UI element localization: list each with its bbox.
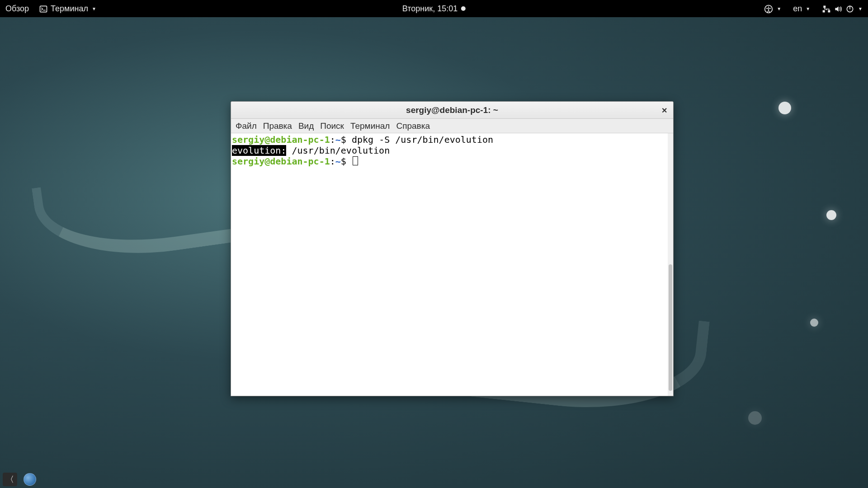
- clock-area[interactable]: Вторник, 15:01: [402, 4, 466, 14]
- menu-search[interactable]: Поиск: [320, 121, 344, 131]
- wallpaper-dot: [748, 411, 762, 425]
- window-title: sergiy@debian-pc-1: ~: [406, 105, 498, 115]
- chevron-down-icon: ▼: [777, 6, 781, 11]
- active-app-label: Терминал: [51, 4, 88, 14]
- wallpaper-dot: [778, 102, 791, 114]
- prompt-user-host: sergiy@debian-pc-1: [232, 156, 330, 167]
- cursor-icon: [353, 156, 358, 165]
- bottom-bar: 〈: [0, 471, 36, 488]
- window-titlebar[interactable]: sergiy@debian-pc-1: ~ ✕: [231, 102, 673, 119]
- terminal-window: sergiy@debian-pc-1: ~ ✕ Файл Правка Вид …: [231, 101, 674, 396]
- prompt-path: ~: [335, 134, 341, 145]
- prompt-sep: :: [330, 156, 335, 167]
- system-status-menu[interactable]: ▼: [820, 3, 864, 14]
- menu-help[interactable]: Справка: [396, 121, 430, 131]
- terminal-body[interactable]: sergiy@debian-pc-1:~$ dpkg -S /usr/bin/e…: [231, 133, 673, 396]
- taskbar-app-icon[interactable]: [24, 473, 36, 486]
- top-panel: Обзор Терминал ▼ Вторник, 15:01 ▼ en ▼: [0, 0, 868, 17]
- input-method-menu[interactable]: en ▼: [791, 3, 812, 14]
- chevron-left-icon: 〈: [6, 474, 14, 485]
- close-button[interactable]: ✕: [659, 105, 670, 116]
- menu-edit[interactable]: Правка: [263, 121, 292, 131]
- accessibility-menu[interactable]: ▼: [762, 3, 783, 14]
- menu-file[interactable]: Файл: [236, 121, 257, 131]
- terminal-line: sergiy@debian-pc-1:~$ dpkg -S /usr/bin/e…: [232, 134, 672, 145]
- scrollbar[interactable]: [668, 133, 673, 396]
- prompt-path: ~: [335, 156, 341, 167]
- clock-text: Вторник, 15:01: [402, 4, 458, 14]
- chevron-down-icon: ▼: [858, 6, 863, 11]
- svg-rect-3: [823, 5, 826, 8]
- svg-rect-5: [828, 10, 830, 12]
- svg-point-2: [768, 6, 769, 8]
- power-icon: [845, 4, 854, 13]
- back-button[interactable]: 〈: [3, 473, 17, 486]
- volume-icon: [834, 4, 843, 13]
- activities-button[interactable]: Обзор: [4, 3, 31, 14]
- wallpaper-dot: [826, 210, 836, 220]
- terminal-icon: [39, 4, 48, 13]
- svg-rect-4: [823, 10, 825, 12]
- input-method-label: en: [793, 4, 802, 14]
- terminal-line: sergiy@debian-pc-1:~$: [232, 156, 672, 167]
- wallpaper-dot: [810, 319, 818, 327]
- close-icon: ✕: [661, 106, 667, 115]
- network-icon: [822, 4, 831, 13]
- scrollbar-thumb[interactable]: [669, 264, 672, 391]
- accessibility-icon: [764, 4, 773, 13]
- svg-rect-0: [40, 6, 47, 12]
- active-app-menu[interactable]: Терминал ▼: [37, 3, 98, 14]
- menubar: Файл Правка Вид Поиск Терминал Справка: [231, 119, 673, 133]
- chevron-down-icon: ▼: [92, 6, 96, 11]
- command-text: dpkg -S /usr/bin/evolution: [352, 134, 493, 145]
- notification-dot-icon: [461, 6, 466, 11]
- prompt-sep: :: [330, 134, 335, 145]
- prompt-user-host: sergiy@debian-pc-1: [232, 134, 330, 145]
- chevron-down-icon: ▼: [806, 6, 810, 11]
- output-package-name: evolution:: [232, 145, 286, 156]
- menu-terminal[interactable]: Терминал: [350, 121, 390, 131]
- output-path: /usr/bin/evolution: [286, 145, 390, 156]
- prompt-symbol: $: [341, 134, 346, 145]
- terminal-line: evolution: /usr/bin/evolution: [232, 145, 672, 156]
- prompt-symbol: $: [341, 156, 346, 167]
- menu-view[interactable]: Вид: [298, 121, 314, 131]
